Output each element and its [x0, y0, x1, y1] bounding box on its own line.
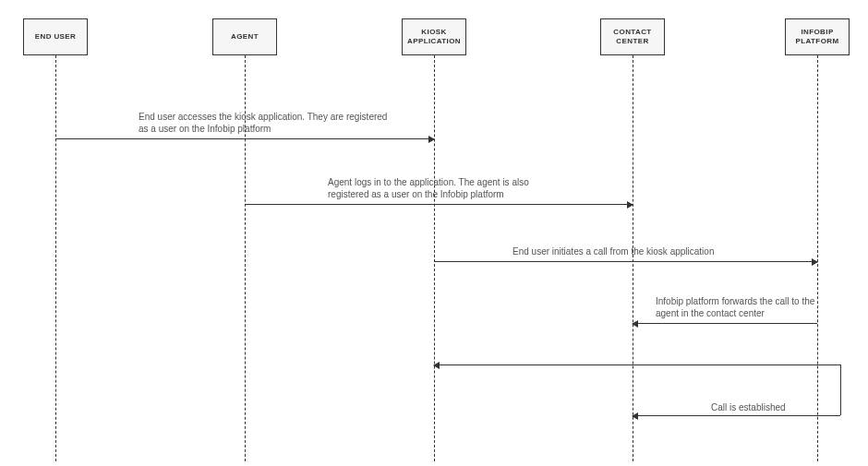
actor-label: KIOSK APPLICATION	[404, 28, 464, 45]
actor-label: INFOBIP PLATFORM	[788, 28, 847, 45]
msg4-arrow	[633, 323, 817, 324]
msg2-arrow	[245, 204, 633, 205]
lifeline-kiosk	[434, 55, 435, 461]
actor-contact-center: CONTACT CENTER	[600, 18, 665, 55]
actor-label: CONTACT CENTER	[603, 28, 662, 45]
msg3-arrow	[434, 261, 817, 262]
msg5-label: Call is established	[711, 401, 831, 413]
actor-end-user: END USER	[23, 18, 88, 55]
msg1-arrow	[55, 138, 434, 139]
msg5-loop-top	[817, 364, 840, 365]
msg5-to-kiosk	[434, 364, 817, 365]
lifeline-contact-center	[633, 55, 633, 461]
msg5-to-cc	[633, 415, 840, 416]
actor-kiosk: KIOSK APPLICATION	[402, 18, 466, 55]
msg5-loop-right	[840, 364, 841, 415]
msg4-label: Infobip platform forwards the call to th…	[656, 295, 831, 319]
actor-label: AGENT	[231, 32, 259, 42]
msg2-label: Agent logs in to the application. The ag…	[328, 176, 568, 200]
lifeline-end-user	[55, 55, 56, 461]
msg1-label: End user accesses the kiosk application.…	[139, 111, 397, 135]
msg3-label: End user initiates a call from the kiosk…	[512, 245, 790, 257]
actor-label: END USER	[35, 32, 77, 42]
actor-agent: AGENT	[212, 18, 277, 55]
actor-infobip: INFOBIP PLATFORM	[785, 18, 850, 55]
